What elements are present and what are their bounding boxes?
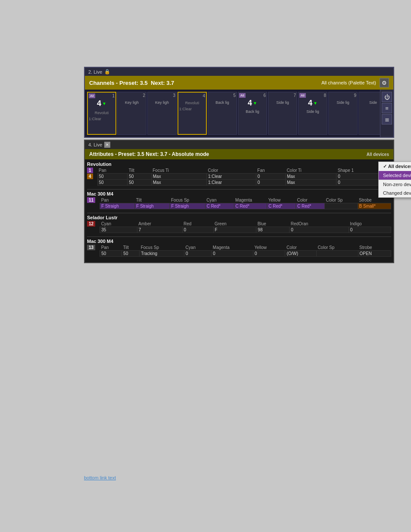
channel-label-10: Side: [360, 100, 380, 105]
sel-redoran-1: 0: [290, 227, 349, 233]
channel-value-9: [330, 98, 356, 100]
channel-label-6: Back lig: [239, 109, 266, 114]
revolution-row-1: 50 50 Max 1:Clear 0 Max 0: [97, 174, 391, 180]
arrow-8: ▼: [313, 101, 318, 106]
channel-sublabel-4: Revoluti: [179, 101, 205, 105]
dropdown-menu[interactable]: ✓ All devices Selected devices Non-zero …: [378, 162, 411, 198]
checkmark-icon: ✓: [383, 164, 387, 169]
sel-red-1: 0: [182, 227, 213, 233]
menu-button[interactable]: ≣: [382, 114, 392, 124]
mac2-tilt-1: 50: [122, 251, 140, 257]
panel1-title: 2. Live: [88, 69, 102, 75]
panel1-titlebar: 2. Live 🔒: [85, 68, 393, 76]
mac-col-focus-sp: Focus Sp: [170, 197, 205, 203]
channel-cell-3[interactable]: 3 Key ligh: [147, 92, 177, 135]
channel-value-3: [149, 98, 175, 100]
device-id-13: 13: [87, 245, 95, 250]
mac-mag-1: C Red*: [234, 203, 267, 209]
attr-body: ✓ All devices Selected devices Non-zero …: [85, 159, 393, 262]
col-fan: Fan: [256, 168, 285, 174]
dropdown-item-changed-devices[interactable]: Changed devices: [379, 189, 411, 197]
device-id-12: 12: [87, 221, 95, 227]
mac2-strobe-1: OPEN: [358, 251, 391, 257]
col-tilt: Tilt: [128, 168, 152, 174]
gear-button[interactable]: ⚙: [380, 78, 389, 87]
channel-cell-1[interactable]: All 1 4 ▼ Revoluti 1:Clear: [87, 92, 116, 135]
mac2-col-color-sp: Color Sp: [316, 245, 358, 251]
rev-color-1: 1:Clear: [206, 174, 256, 180]
mac2-color-1: (O/W): [285, 251, 316, 257]
panel-attributes: 4. Live ✕ Attributes - Preset: 3.5 Next:…: [84, 140, 394, 263]
channels-header-right: All channels (Palette Text) ⚙: [321, 78, 389, 87]
rev-pan-1: 50: [97, 174, 128, 180]
channel-value-8: 4 ▼: [299, 98, 326, 109]
mac2-col-strobe: Strobe: [358, 245, 391, 251]
channel-sublabel-1: Revoluti: [89, 111, 115, 115]
channel-cell-6[interactable]: All 6 4 ▼ Back lig: [238, 92, 267, 135]
mac-focus-1: F Straigh: [170, 203, 205, 209]
col-color: Color: [206, 168, 256, 174]
channel-value-4: [179, 98, 205, 100]
channel-label-9: Side lig: [330, 100, 356, 105]
arrow-6: ▼: [253, 101, 257, 106]
rev-color-2: 1:Clear: [206, 180, 256, 186]
channel-cell-5[interactable]: 5 Back lig: [208, 92, 237, 135]
channels-scroll: All 1 4 ▼ Revoluti 1:Clear 2: [85, 90, 380, 137]
dropdown-item-all-devices[interactable]: ✓ All devices: [379, 162, 411, 171]
rev-colti-2: Max: [285, 180, 336, 186]
lock-icon: 🔒: [104, 69, 110, 75]
sel-col-indigo: Indigo: [349, 221, 391, 227]
channels-preset-label: Channels - Preset: 3.5 Next: 3.7: [89, 80, 174, 86]
mac-col-tilt: Tilt: [135, 197, 170, 203]
panel-channels: 2. Live 🔒 Channels - Preset: 3.5 Next: 3…: [84, 67, 394, 138]
channel-num-4: 4: [179, 93, 205, 98]
rev-fan-1: 0: [256, 174, 285, 180]
mac-colsp-1: [325, 203, 358, 209]
channel-cell-8[interactable]: All 8 4 ▼ Side lig: [298, 92, 327, 135]
sel-cyan-1: 35: [100, 227, 137, 233]
mac2-col-tilt: Tilt: [122, 245, 140, 251]
channel-label-3: Key ligh: [149, 100, 175, 105]
sel-green-1: F: [213, 227, 256, 233]
channel-label-7: Side lig: [269, 100, 296, 105]
sel-col-cyan: Cyan: [100, 221, 137, 227]
channel-cell-10[interactable]: 10 Side: [358, 92, 380, 135]
rev-focus-1: Max: [151, 174, 206, 180]
list-button[interactable]: ≡: [382, 103, 392, 113]
device-name-selador: Selador Lustr: [87, 215, 391, 220]
device-name-mac300-1: Mac 300 M4: [87, 191, 391, 196]
close-button[interactable]: ✕: [104, 142, 110, 148]
mac2-cyan-1: 0: [184, 251, 212, 257]
dropdown-item-nonzero-devices[interactable]: Non-zero devices: [379, 180, 411, 189]
channel-cell-2[interactable]: 2 Key ligh: [117, 92, 146, 135]
channel-num-7: 7: [269, 93, 296, 98]
col-focus-ti: Focus Ti: [151, 168, 206, 174]
mac2-col-cyan: Cyan: [184, 245, 212, 251]
mac2-col-color: Color: [285, 245, 316, 251]
dropdown-item-selected-devices[interactable]: Selected devices: [379, 171, 411, 180]
channel-num-3: 3: [149, 93, 175, 98]
mac-col-color: Color: [296, 197, 325, 203]
mac-cyan-1: C Red*: [205, 203, 234, 209]
rev-fan-2: 0: [256, 180, 285, 186]
mac-color-1: C Red*: [296, 203, 325, 209]
mac2-col-focus-sp: Focus Sp: [140, 245, 184, 251]
power-button[interactable]: ⏻: [382, 92, 392, 102]
channel-cell-7[interactable]: 7 Side lig: [268, 92, 297, 135]
device-row-mac300-2: Mac 300 M4 13 Pan Tilt Focus Sp Cyan Mag…: [87, 239, 391, 257]
panel2-titlebar: 4. Live ✕: [85, 140, 393, 149]
attr-header-label: Attributes - Preset: 3.5 Next: 3.7 - Abs…: [89, 151, 209, 157]
channel-cell-9[interactable]: 9 Side lig: [328, 92, 358, 135]
attr-header-right: All devices: [367, 152, 389, 157]
selador-row-1: 35 7 0 F 98 0 0: [100, 227, 391, 233]
rev-pan-2: 50: [97, 180, 128, 186]
channel-cell-4[interactable]: 4 Revoluti 1:Clear: [177, 92, 207, 135]
device-id-1: 1: [87, 168, 93, 173]
bottom-link[interactable]: bottom link text: [84, 475, 116, 480]
panel2-title: 4. Live: [88, 142, 102, 147]
device-row-selador: Selador Lustr 12 Cyan Amber Red Green Bl…: [87, 215, 391, 233]
separator-3: [87, 236, 391, 237]
ab-badge-1: All: [89, 93, 95, 98]
device-id-11: 11: [87, 197, 95, 203]
rev-tilt-2: 50: [128, 180, 152, 186]
